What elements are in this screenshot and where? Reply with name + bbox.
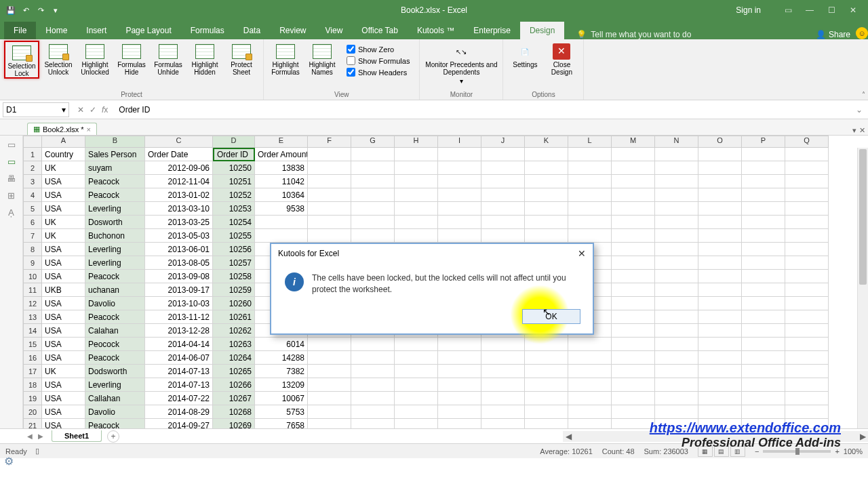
- cell[interactable]: [351, 351, 395, 365]
- formulas-unhide-button[interactable]: Formulas Unhide: [151, 41, 186, 76]
- cell[interactable]: [785, 378, 829, 392]
- cell[interactable]: [438, 216, 481, 229]
- cell[interactable]: Country: [42, 148, 85, 161]
- cell[interactable]: [308, 338, 351, 351]
- cell[interactable]: 10264: [213, 351, 255, 365]
- cell[interactable]: [438, 229, 481, 243]
- cell[interactable]: [308, 188, 351, 202]
- cell[interactable]: 10253: [213, 202, 255, 216]
- show-formulas-checkbox[interactable]: Show Formulas: [344, 55, 412, 66]
- cell[interactable]: [742, 243, 785, 256]
- cell[interactable]: [785, 243, 829, 256]
- cell[interactable]: [395, 161, 438, 175]
- row-header[interactable]: 8: [23, 243, 42, 256]
- cell[interactable]: [698, 310, 742, 324]
- cell[interactable]: Peacock: [85, 188, 145, 202]
- cell[interactable]: USA: [42, 243, 85, 256]
- cell[interactable]: USA: [42, 270, 85, 283]
- cell[interactable]: 2013-11-12: [145, 310, 213, 324]
- cell[interactable]: [785, 229, 829, 243]
- cell[interactable]: Order ID: [213, 148, 255, 161]
- column-header[interactable]: B: [85, 136, 145, 148]
- cell[interactable]: [481, 202, 525, 216]
- tab-view[interactable]: View: [316, 22, 353, 39]
- cell[interactable]: 2014-07-13: [145, 365, 213, 378]
- collapse-ribbon-icon[interactable]: ˄: [862, 91, 865, 98]
- cell[interactable]: 10250: [213, 161, 255, 175]
- cell[interactable]: [351, 392, 395, 405]
- cell[interactable]: [308, 161, 351, 175]
- cell[interactable]: [395, 202, 438, 216]
- cell[interactable]: [612, 297, 655, 310]
- cell[interactable]: [612, 283, 655, 297]
- cell[interactable]: Peacock: [85, 175, 145, 188]
- cell[interactable]: 10262: [213, 324, 255, 338]
- cell[interactable]: 2012-09-06: [145, 161, 213, 175]
- cell[interactable]: USA: [42, 202, 85, 216]
- cell[interactable]: 10268: [213, 405, 255, 419]
- cell[interactable]: [308, 351, 351, 365]
- cell[interactable]: 2013-01-02: [145, 188, 213, 202]
- cell[interactable]: [351, 202, 395, 216]
- cell[interactable]: USA: [42, 324, 85, 338]
- cell[interactable]: [568, 392, 612, 405]
- window-close-icon[interactable]: ✕: [845, 3, 861, 17]
- cell[interactable]: [308, 216, 351, 229]
- cell[interactable]: [351, 229, 395, 243]
- cell[interactable]: UK: [42, 229, 85, 243]
- undo-icon[interactable]: ↶: [20, 5, 31, 16]
- cell[interactable]: [308, 229, 351, 243]
- column-header[interactable]: E: [255, 136, 308, 148]
- cell[interactable]: UK: [42, 161, 85, 175]
- cell[interactable]: [481, 405, 525, 419]
- cell[interactable]: [785, 297, 829, 310]
- cell[interactable]: [255, 229, 308, 243]
- minimize-icon[interactable]: —: [802, 3, 818, 17]
- cell[interactable]: [698, 256, 742, 270]
- selection-unlock-button[interactable]: Selection Unlock: [41, 41, 76, 76]
- cell[interactable]: [351, 216, 395, 229]
- cell[interactable]: [481, 188, 525, 202]
- cell[interactable]: [438, 202, 481, 216]
- cell[interactable]: 7658: [255, 419, 308, 428]
- cell[interactable]: [612, 310, 655, 324]
- cell[interactable]: [568, 338, 612, 351]
- cell[interactable]: 2014-07-13: [145, 378, 213, 392]
- column-header[interactable]: A: [42, 136, 85, 148]
- macro-record-icon[interactable]: ▯: [35, 447, 39, 455]
- cell[interactable]: [785, 161, 829, 175]
- cell[interactable]: [438, 175, 481, 188]
- highlight-formulas-button[interactable]: Highlight Formulas: [268, 41, 303, 76]
- scroll-right-icon[interactable]: ▶: [857, 432, 868, 441]
- cell[interactable]: [525, 392, 568, 405]
- highlight-unlocked-button[interactable]: Highlight Unlocked: [77, 41, 113, 76]
- cell[interactable]: [568, 419, 612, 428]
- cell[interactable]: [395, 216, 438, 229]
- cell[interactable]: [785, 202, 829, 216]
- cell[interactable]: [308, 365, 351, 378]
- cell[interactable]: [525, 161, 568, 175]
- cell[interactable]: [655, 256, 698, 270]
- share-button[interactable]: 👤 Share: [816, 30, 850, 39]
- cell[interactable]: USA: [42, 351, 85, 365]
- cell[interactable]: [395, 351, 438, 365]
- column-header[interactable]: O: [698, 136, 742, 148]
- cell[interactable]: [438, 392, 481, 405]
- cell[interactable]: [351, 148, 395, 161]
- cell[interactable]: [612, 229, 655, 243]
- cell[interactable]: [308, 148, 351, 161]
- cell[interactable]: [698, 392, 742, 405]
- row-header[interactable]: 11: [23, 283, 42, 297]
- cell[interactable]: [698, 351, 742, 365]
- cell[interactable]: [525, 175, 568, 188]
- tab-review[interactable]: Review: [270, 22, 315, 39]
- cell[interactable]: [395, 188, 438, 202]
- cell[interactable]: [742, 310, 785, 324]
- tool-icon[interactable]: ▭: [7, 157, 16, 167]
- cell[interactable]: [395, 148, 438, 161]
- cell[interactable]: [785, 283, 829, 297]
- row-header[interactable]: 3: [23, 175, 42, 188]
- cell[interactable]: UK: [42, 365, 85, 378]
- cell[interactable]: UK: [42, 216, 85, 229]
- cell[interactable]: [698, 297, 742, 310]
